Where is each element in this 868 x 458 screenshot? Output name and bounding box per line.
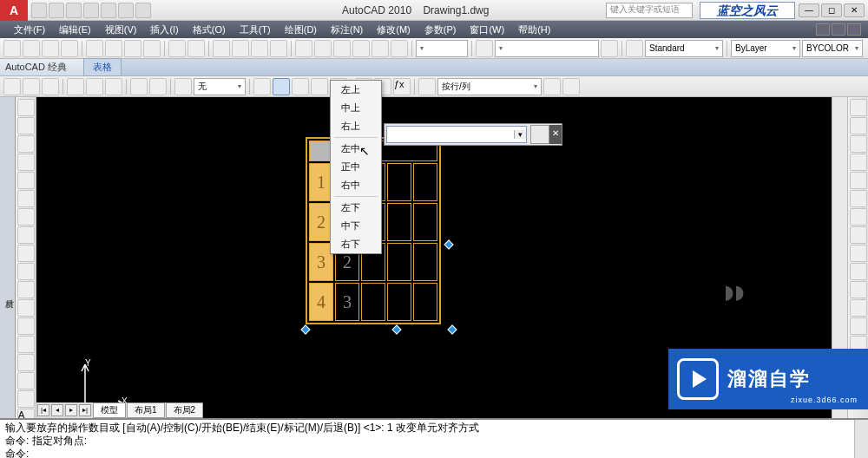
arc-icon[interactable]	[17, 190, 35, 207]
markup-icon[interactable]	[372, 40, 389, 57]
open-icon[interactable]	[23, 40, 40, 57]
zoom-realtime-icon[interactable]	[232, 40, 249, 57]
delete-col-icon[interactable]	[105, 78, 122, 95]
hatch-icon[interactable]	[17, 354, 35, 371]
doc-minimize-button[interactable]	[816, 23, 830, 36]
tab-nav-first[interactable]: |◂	[37, 404, 49, 416]
close-button[interactable]: ✕	[844, 3, 865, 17]
revision-cloud-icon[interactable]	[17, 226, 35, 244]
design-center-icon[interactable]	[314, 40, 332, 57]
qat-open-icon[interactable]	[49, 3, 64, 18]
unmerge-cells-icon[interactable]	[149, 78, 167, 95]
qat-dropdown-icon[interactable]	[135, 3, 151, 18]
tab-layout1[interactable]: 布局1	[127, 402, 165, 418]
align-middle-left[interactable]: 左中	[331, 140, 381, 158]
align-middle-right[interactable]: 右中	[331, 176, 381, 194]
side-palette-tabs[interactable]: 材质 高级渲染设置	[0, 97, 16, 418]
style-combo[interactable]: Standard	[645, 40, 723, 57]
align-bottom-center[interactable]: 中下	[331, 217, 381, 235]
cell-lock-icon[interactable]	[292, 78, 309, 95]
sheet-set-icon[interactable]	[352, 40, 370, 57]
make-block-icon[interactable]	[17, 317, 35, 335]
copy-icon[interactable]	[105, 40, 122, 57]
plot-icon[interactable]	[61, 40, 78, 57]
extend-icon[interactable]	[850, 281, 867, 298]
stretch-icon[interactable]	[850, 245, 867, 262]
tab-nav-last[interactable]: ▸|	[79, 404, 91, 416]
match-props-icon[interactable]	[143, 40, 161, 57]
menu-view[interactable]: 视图(V)	[98, 23, 144, 36]
row-col-combo[interactable]: 按行/列	[437, 78, 542, 95]
trim-icon[interactable]	[850, 263, 867, 280]
selection-grip[interactable]	[447, 324, 457, 334]
qat-undo-icon[interactable]	[83, 3, 99, 18]
doc-close-button[interactable]	[847, 23, 861, 36]
link-cell-icon[interactable]	[543, 78, 561, 95]
manage-cell-icon[interactable]	[418, 78, 436, 95]
flyout-close-button[interactable]: ✕	[549, 125, 562, 144]
new-icon[interactable]	[3, 40, 21, 57]
save-icon[interactable]	[42, 40, 59, 57]
doc-restore-button[interactable]	[832, 23, 845, 36]
zoom-window-icon[interactable]	[251, 40, 268, 57]
circle-icon[interactable]	[17, 208, 35, 226]
table-row-label[interactable]: 4	[309, 283, 333, 321]
workspace-label[interactable]: AutoCAD 经典	[0, 61, 83, 74]
point-icon[interactable]	[17, 336, 35, 353]
copy-object-icon[interactable]	[850, 117, 867, 134]
break-icon[interactable]	[850, 299, 867, 317]
qat-save-icon[interactable]	[66, 3, 82, 18]
tab-model[interactable]: 模型	[93, 402, 126, 418]
polygon-icon[interactable]	[17, 154, 35, 171]
ribbon-tab-table[interactable]: 表格	[83, 58, 122, 76]
calc-icon[interactable]	[391, 40, 408, 57]
match-cell-icon[interactable]	[253, 78, 271, 95]
color-combo[interactable]: BYCOLOR	[802, 40, 863, 57]
region-icon[interactable]	[17, 372, 35, 389]
align-bottom-left[interactable]: 左下	[331, 199, 381, 217]
qat-new-icon[interactable]	[31, 3, 47, 18]
menu-parametric[interactable]: 参数(P)	[418, 23, 464, 36]
insert-row-below-icon[interactable]	[23, 78, 40, 95]
erase-icon[interactable]	[850, 99, 867, 116]
redo-icon[interactable]	[187, 40, 205, 57]
menu-file[interactable]: 文件(F)	[7, 23, 52, 36]
rectangle-icon[interactable]	[17, 172, 35, 189]
cell-alignment-icon[interactable]	[273, 78, 290, 95]
menu-help[interactable]: 帮助(H)	[511, 23, 557, 36]
join-icon[interactable]	[850, 317, 867, 335]
undo-icon[interactable]	[168, 40, 186, 57]
spline-icon[interactable]	[17, 245, 35, 262]
align-bottom-right[interactable]: 右下	[331, 235, 381, 253]
minimize-button[interactable]: —	[799, 3, 819, 17]
download-icon[interactable]	[562, 78, 580, 95]
cell-style-combo[interactable]	[386, 126, 527, 143]
move-icon[interactable]	[850, 190, 867, 207]
selection-grip[interactable]	[444, 239, 453, 249]
table-cell[interactable]: 3	[335, 283, 359, 321]
ellipse-arc-icon[interactable]	[17, 281, 35, 298]
delete-row-icon[interactable]	[42, 78, 59, 95]
app-logo[interactable]: A	[0, 0, 28, 21]
data-format-icon[interactable]	[311, 78, 328, 95]
qat-redo-icon[interactable]	[101, 3, 116, 18]
qat-print-icon[interactable]	[118, 3, 134, 18]
tab-nav-next[interactable]: ▸	[65, 404, 77, 416]
menu-tools[interactable]: 工具(T)	[233, 23, 278, 36]
offset-icon[interactable]	[850, 154, 867, 171]
help-search-input[interactable]: 键入关键字或短语	[606, 3, 693, 18]
linetype-icon[interactable]	[626, 40, 643, 57]
rotate-icon[interactable]	[850, 208, 867, 226]
command-scrollbar[interactable]	[854, 420, 868, 458]
cell-border-icon[interactable]	[174, 78, 192, 95]
tab-layout2[interactable]: 布局2	[166, 402, 204, 418]
pan-icon[interactable]	[213, 40, 230, 57]
align-top-right[interactable]: 右上	[331, 117, 381, 135]
align-top-center[interactable]: 中上	[331, 99, 381, 117]
scale-combo[interactable]	[416, 40, 468, 57]
layer-states-icon[interactable]	[601, 40, 618, 57]
border-style-combo[interactable]: 无	[194, 78, 246, 95]
insert-block-icon[interactable]	[17, 299, 35, 317]
ellipse-icon[interactable]	[17, 263, 35, 280]
insert-col-left-icon[interactable]	[67, 78, 84, 95]
